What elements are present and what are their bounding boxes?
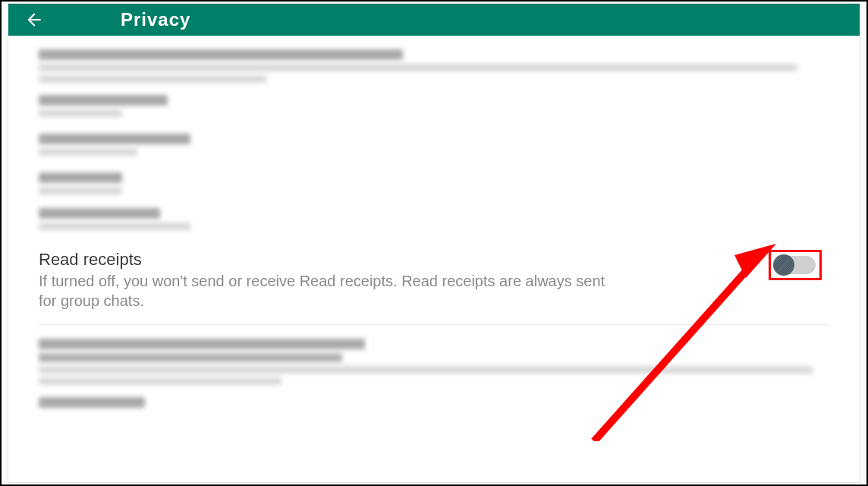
toggle-knob xyxy=(773,254,794,276)
setting-item-blurred[interactable] xyxy=(39,339,829,385)
read-receipts-toggle[interactable] xyxy=(775,256,816,274)
screen-content: Privacy xyxy=(8,3,860,483)
setting-item-blurred[interactable] xyxy=(39,208,829,230)
read-receipts-text-block: Read receipts If turned off, you won't s… xyxy=(39,250,608,311)
app-window: Privacy xyxy=(0,0,868,486)
setting-item-blurred[interactable] xyxy=(39,172,829,194)
read-receipts-setting: Read receipts If turned off, you won't s… xyxy=(39,242,829,325)
setting-item-blurred[interactable] xyxy=(39,134,829,156)
setting-item-blurred[interactable] xyxy=(39,49,829,83)
setting-item-blurred[interactable] xyxy=(39,95,829,117)
annotation-highlight-box xyxy=(769,250,822,280)
setting-item-blurred[interactable] xyxy=(39,397,829,408)
read-receipts-title: Read receipts xyxy=(39,250,608,270)
app-header: Privacy xyxy=(8,4,860,36)
page-title: Privacy xyxy=(121,9,190,30)
back-button[interactable] xyxy=(24,9,45,30)
read-receipts-description: If turned off, you won't send or receive… xyxy=(39,271,608,311)
settings-list: Read receipts If turned off, you won't s… xyxy=(8,36,860,434)
back-arrow-icon xyxy=(24,10,44,30)
